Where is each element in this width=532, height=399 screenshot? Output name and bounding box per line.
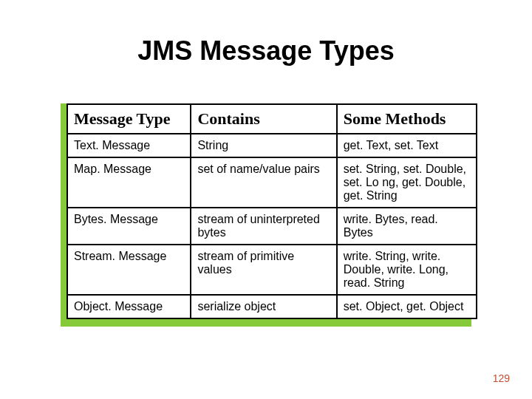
col-header-methods: Some Methods (337, 104, 477, 134)
cell-type: Stream. Message (67, 245, 191, 295)
col-header-contains: Contains (191, 104, 336, 134)
cell-methods: get. Text, set. Text (337, 134, 477, 157)
table-row: Stream. Message stream of primitive valu… (67, 245, 477, 295)
cell-contains: stream of uninterpreted bytes (191, 208, 336, 245)
cell-type: Object. Message (67, 295, 191, 318)
cell-type: Text. Message (67, 134, 191, 157)
cell-contains: serialize object (191, 295, 336, 318)
cell-methods: set. Object, get. Object (337, 295, 477, 318)
cell-type: Bytes. Message (67, 208, 191, 245)
table-row: Map. Message set of name/value pairs set… (67, 157, 477, 208)
cell-contains: String (191, 134, 336, 157)
cell-methods: write. Bytes, read. Bytes (337, 208, 477, 245)
table-row: Object. Message serialize object set. Ob… (67, 295, 477, 318)
col-header-type: Message Type (67, 104, 191, 134)
cell-contains: stream of primitive values (191, 245, 336, 295)
cell-methods: write. String, write. Double, write. Lon… (337, 245, 477, 295)
cell-type: Map. Message (67, 157, 191, 208)
cell-methods: set. String, set. Double, set. Lo ng, ge… (337, 157, 477, 208)
page-number: 129 (493, 372, 510, 384)
table-header-row: Message Type Contains Some Methods (67, 104, 477, 134)
table-row: Bytes. Message stream of uninterpreted b… (67, 208, 477, 245)
slide-title: JMS Message Types (0, 35, 532, 66)
message-types-table: Message Type Contains Some Methods Text.… (66, 103, 477, 319)
slide: JMS Message Types Message Type Contains … (0, 0, 532, 399)
cell-contains: set of name/value pairs (191, 157, 336, 208)
table-row: Text. Message String get. Text, set. Tex… (67, 134, 477, 157)
